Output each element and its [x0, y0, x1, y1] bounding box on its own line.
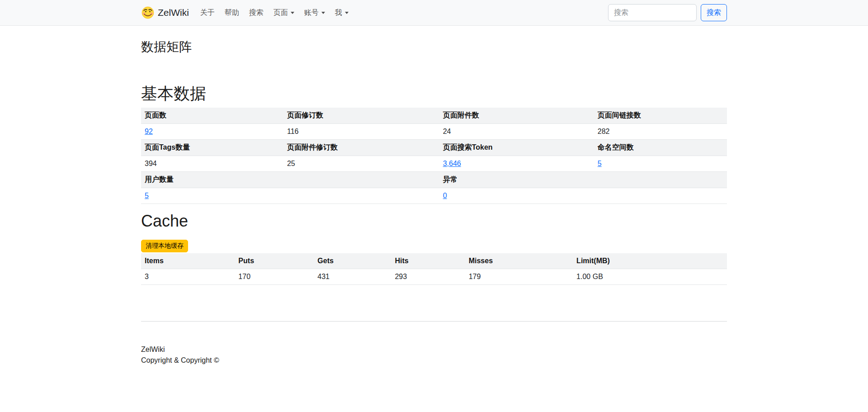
footer-copyright: Copyright & Copyright © — [141, 355, 727, 366]
table-row: 5 0 — [141, 188, 727, 204]
table-row: 92 116 24 282 — [141, 123, 727, 139]
nav-item-me-dropdown[interactable]: 我 — [330, 5, 354, 21]
stat-link-namespaces[interactable]: 5 — [598, 160, 602, 167]
stat-link-search-tokens[interactable]: 3,646 — [443, 160, 461, 167]
navbar-search-form: 搜索 — [608, 4, 727, 21]
nav-item-search[interactable]: 搜索 — [244, 5, 269, 21]
stat-value-cell: 25 — [283, 156, 439, 171]
cache-header-cell: Misses — [465, 253, 573, 269]
cache-header-cell: Limit(MB) — [573, 253, 727, 269]
search-submit-button[interactable]: 搜索 — [701, 4, 727, 21]
page-title: 数据矩阵 — [141, 39, 727, 55]
table-row: 394 25 3,646 5 — [141, 156, 727, 171]
nav-item-label: 页面 — [274, 8, 288, 18]
chevron-down-icon — [291, 12, 294, 14]
footer-divider — [141, 321, 727, 322]
nav-item-help[interactable]: 帮助 — [220, 5, 244, 21]
chevron-down-icon — [345, 12, 349, 14]
stat-header-cell: 页面附件数 — [439, 108, 594, 124]
chevron-down-icon — [321, 12, 325, 14]
cache-header-cell: Gets — [314, 253, 391, 269]
stat-header-cell: 页面Tags数量 — [141, 139, 283, 156]
nav-item-label: 我 — [335, 8, 342, 18]
stat-header-cell: 页面间链接数 — [594, 108, 727, 124]
stat-value-cell: 0 — [439, 188, 727, 204]
stat-value-cell: 5 — [594, 156, 727, 171]
stat-header-cell: 页面搜索Token — [439, 139, 594, 156]
stat-value-cell: 92 — [141, 123, 283, 139]
cache-value-cell: 179 — [465, 269, 573, 285]
main-nav: 关于 帮助 搜索 页面 账号 我 — [195, 5, 354, 21]
footer: ZelWiki Copyright & Copyright © — [141, 344, 727, 366]
stat-value-cell: 24 — [439, 123, 594, 139]
stat-header-cell: 异常 — [439, 171, 727, 188]
stat-value-cell: 394 — [141, 156, 283, 171]
stat-link-users[interactable]: 5 — [145, 192, 149, 199]
nav-item-pages-dropdown[interactable]: 页面 — [269, 5, 299, 21]
stat-header-cell: 页面附件修订数 — [283, 139, 439, 156]
stat-header-cell: 用户数量 — [141, 171, 439, 188]
table-header-row: 页面数 页面修订数 页面附件数 页面间链接数 — [141, 108, 727, 124]
table-header-row: 页面Tags数量 页面附件修订数 页面搜索Token 命名空间数 — [141, 139, 727, 156]
brand-text: ZelWiki — [158, 7, 189, 18]
navbar: ZelWiki 关于 帮助 搜索 页面 账号 我 搜索 — [0, 0, 868, 26]
cache-value-cell: 293 — [391, 269, 465, 285]
nav-item-label: 账号 — [304, 8, 319, 18]
table-header-row: 用户数量 异常 — [141, 171, 727, 188]
nav-item-label: 搜索 — [249, 8, 264, 18]
navbar-brand[interactable]: ZelWiki — [141, 6, 189, 19]
cache-value-cell: 431 — [314, 269, 391, 285]
stat-value-cell: 282 — [594, 123, 727, 139]
stat-header-cell: 页面数 — [141, 108, 283, 124]
stat-link-exceptions[interactable]: 0 — [443, 192, 447, 199]
search-input[interactable] — [608, 4, 697, 21]
stat-value-cell: 3,646 — [439, 156, 594, 171]
nav-item-label: 帮助 — [225, 8, 239, 18]
stat-link-pages[interactable]: 92 — [145, 128, 153, 135]
basic-data-table: 页面数 页面修订数 页面附件数 页面间链接数 92 116 24 282 页面T… — [141, 108, 727, 204]
nav-item-account-dropdown[interactable]: 账号 — [299, 5, 330, 21]
stat-value-cell: 116 — [283, 123, 439, 139]
nav-item-label: 关于 — [200, 8, 215, 18]
stat-header-cell: 页面修订数 — [283, 108, 439, 124]
cache-value-cell: 3 — [141, 269, 235, 285]
basic-data-heading: 基本数据 — [141, 84, 727, 103]
cache-value-cell: 170 — [235, 269, 314, 285]
stat-value-cell: 5 — [141, 188, 439, 204]
cache-table: Items Puts Gets Hits Misses Limit(MB) 3 … — [141, 253, 727, 285]
footer-brand: ZelWiki — [141, 344, 727, 355]
cache-value-cell: 1.00 GB — [573, 269, 727, 285]
table-header-row: Items Puts Gets Hits Misses Limit(MB) — [141, 253, 727, 269]
cache-header-cell: Puts — [235, 253, 314, 269]
cache-header-cell: Items — [141, 253, 235, 269]
smiley-logo-icon — [141, 6, 155, 19]
stat-header-cell: 命名空间数 — [594, 139, 727, 156]
nav-item-about[interactable]: 关于 — [195, 5, 220, 21]
cache-header-cell: Hits — [391, 253, 465, 269]
table-row: 3 170 431 293 179 1.00 GB — [141, 269, 727, 285]
clear-local-cache-button[interactable]: 清理本地缓存 — [141, 240, 188, 252]
cache-heading: Cache — [141, 211, 727, 231]
